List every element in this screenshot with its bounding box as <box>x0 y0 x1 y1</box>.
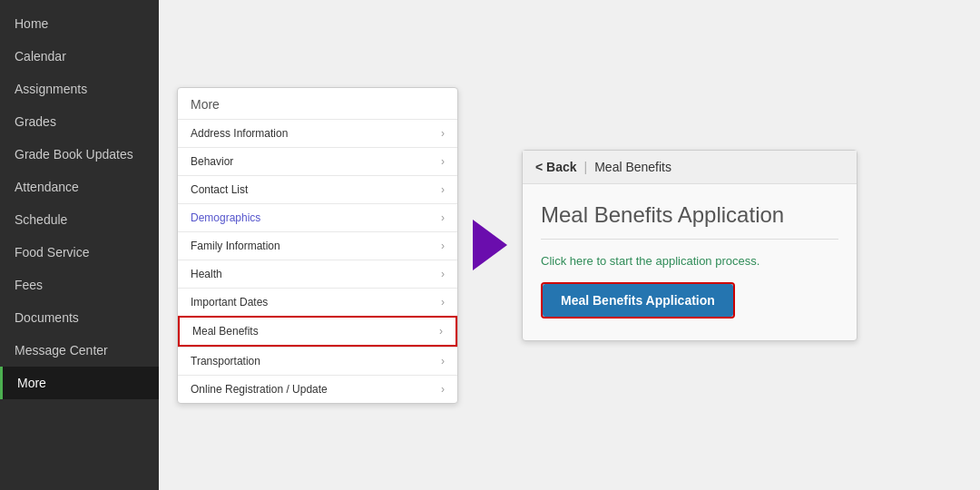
more-item-label-health: Health <box>191 268 222 280</box>
sidebar-item-fees[interactable]: Fees <box>0 269 159 301</box>
header-separator: | <box>584 160 588 174</box>
chevron-icon: › <box>441 183 445 196</box>
sidebar-item-attendance[interactable]: Attendance <box>0 171 159 203</box>
more-item-online-registration[interactable]: Online Registration / Update› <box>178 375 457 403</box>
meal-benefits-content: Meal Benefits Application Click here to … <box>523 184 857 340</box>
more-item-label-important-dates: Important Dates <box>191 296 268 309</box>
more-item-transportation[interactable]: Transportation› <box>178 347 457 375</box>
section-title: Meal Benefits <box>594 160 671 174</box>
more-item-label-address-information: Address Information <box>191 127 288 140</box>
more-item-label-demographics: Demographics <box>191 211 260 224</box>
more-item-label-behavior: Behavior <box>191 155 233 168</box>
sidebar-item-message-center[interactable]: Message Center <box>0 334 159 367</box>
meal-benefits-description: Click here to start the application proc… <box>541 254 838 268</box>
sidebar-item-food-service[interactable]: Food Service <box>0 236 159 269</box>
sidebar-item-schedule[interactable]: Schedule <box>0 203 159 236</box>
more-item-health[interactable]: Health› <box>178 260 457 288</box>
more-item-contact-list[interactable]: Contact List› <box>178 175 457 203</box>
sidebar-item-calendar[interactable]: Calendar <box>0 40 159 73</box>
chevron-icon: › <box>441 383 445 396</box>
main-content: More Address Information›Behavior›Contac… <box>159 0 980 490</box>
more-item-label-transportation: Transportation <box>191 355 260 368</box>
chevron-icon: › <box>439 325 443 338</box>
sidebar-item-grades[interactable]: Grades <box>0 105 159 138</box>
sidebar-item-more[interactable]: More <box>0 367 159 399</box>
chevron-icon: › <box>441 268 445 280</box>
chevron-icon: › <box>441 355 445 368</box>
more-item-address-information[interactable]: Address Information› <box>178 119 457 147</box>
more-panel: More Address Information›Behavior›Contac… <box>177 87 458 404</box>
chevron-icon: › <box>441 127 445 140</box>
sidebar-item-grade-book-updates[interactable]: Grade Book Updates <box>0 138 159 171</box>
more-item-meal-benefits[interactable]: Meal Benefits› <box>178 316 457 347</box>
sidebar-item-documents[interactable]: Documents <box>0 301 159 334</box>
more-panel-title: More <box>178 88 457 119</box>
more-item-demographics[interactable]: Demographics› <box>178 203 457 231</box>
more-item-label-family-information: Family Information <box>191 240 280 252</box>
more-item-label-meal-benefits: Meal Benefits <box>192 325 259 338</box>
chevron-icon: › <box>441 240 445 252</box>
chevron-icon: › <box>441 211 445 224</box>
meal-benefits-button-wrapper: Meal Benefits Application <box>541 282 735 318</box>
chevron-icon: › <box>441 155 445 168</box>
more-item-label-contact-list: Contact List <box>191 183 248 196</box>
more-item-family-information[interactable]: Family Information› <box>178 231 457 260</box>
more-item-important-dates[interactable]: Important Dates› <box>178 288 457 316</box>
more-item-behavior[interactable]: Behavior› <box>178 147 457 175</box>
right-arrow-icon <box>473 220 507 270</box>
meal-back-header: < Back | Meal Benefits <box>523 151 857 184</box>
meal-benefits-title: Meal Benefits Application <box>541 202 838 240</box>
more-item-label-online-registration: Online Registration / Update <box>191 383 328 396</box>
back-link[interactable]: < Back <box>535 160 577 174</box>
chevron-icon: › <box>441 296 445 309</box>
meal-benefits-application-button[interactable]: Meal Benefits Application <box>543 284 733 317</box>
sidebar: HomeCalendarAssignmentsGradesGrade Book … <box>0 0 159 490</box>
meal-benefits-panel: < Back | Meal Benefits Meal Benefits App… <box>522 150 858 341</box>
sidebar-item-home[interactable]: Home <box>0 7 159 40</box>
arrow-to-meal <box>464 220 516 270</box>
sidebar-item-assignments[interactable]: Assignments <box>0 73 159 105</box>
